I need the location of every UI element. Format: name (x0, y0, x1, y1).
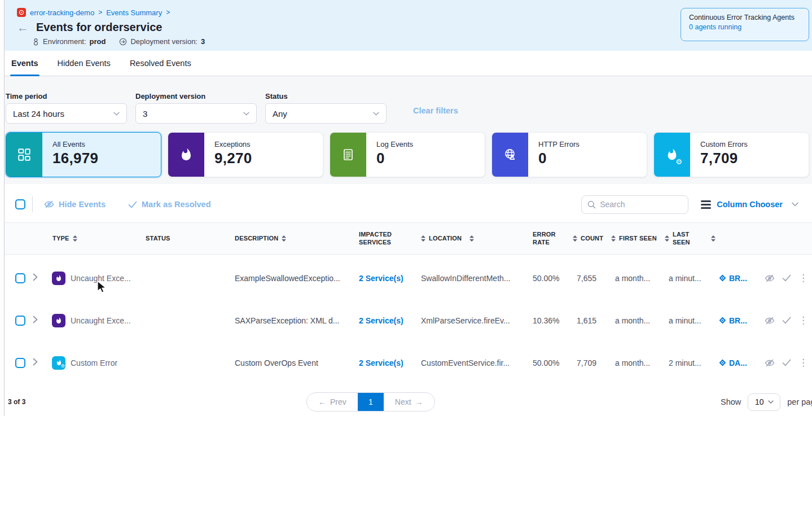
row-menu-icon[interactable]: ⋮ (795, 357, 812, 369)
hide-event-icon[interactable] (761, 274, 779, 283)
error-rate: 50.00% (528, 274, 572, 283)
sort-icon[interactable] (282, 235, 286, 242)
ticket-badge[interactable]: BR... (716, 316, 761, 325)
prev-page-button[interactable]: ← Prev (307, 393, 358, 411)
column-error-rate: ERROR RATE (533, 231, 557, 247)
card-label: Exceptions (214, 140, 252, 148)
row-menu-icon[interactable]: ⋮ (795, 314, 812, 326)
deployment-version-select[interactable]: 3 (135, 103, 257, 124)
expand-row-icon[interactable] (30, 358, 47, 367)
select-all-checkbox[interactable] (15, 199, 25, 209)
event-location: SwallowInDifferentMeth... (416, 274, 528, 283)
table-header-row: TYPE STATUS DESCRIPTION IMPACTED SERVICE… (0, 222, 812, 255)
row-checkbox[interactable] (15, 273, 25, 283)
hide-events-button[interactable]: Hide Events (44, 200, 106, 209)
search-input[interactable] (600, 200, 679, 209)
event-type: Custom Error (71, 358, 117, 367)
sort-icon[interactable] (469, 235, 474, 242)
search-icon (587, 200, 596, 209)
page-number-button[interactable]: 1 (358, 393, 384, 411)
row-checkbox[interactable] (15, 358, 25, 368)
back-button[interactable]: ← (17, 21, 29, 33)
event-location: XmlParseService.fireEv... (416, 316, 528, 325)
columns-icon (701, 200, 711, 209)
deployment-icon (119, 38, 127, 46)
card-value: 9,270 (214, 150, 252, 167)
agents-running-link[interactable]: 0 agents running (689, 23, 801, 31)
event-description: ExampleSwallowedExceptio... (230, 274, 354, 283)
expand-row-icon[interactable] (30, 273, 47, 283)
card-custom-errors[interactable]: ⚙ Custom Errors 7,709 (653, 132, 809, 177)
prev-arrow-icon: ← (318, 397, 326, 406)
sort-icon[interactable] (73, 235, 77, 242)
time-period-select[interactable]: Last 24 hours (6, 103, 127, 124)
event-count: 7,655 (572, 274, 610, 283)
card-exceptions[interactable]: Exceptions 9,270 (168, 132, 323, 177)
impacted-services-link[interactable]: 2 Service(s) (354, 274, 416, 283)
column-chooser-button[interactable]: Column Chooser (717, 200, 783, 209)
tab-resolved-events[interactable]: Resolved Events (129, 51, 192, 76)
breadcrumb-app-link[interactable]: error-tracking-demo (30, 8, 94, 17)
chevron-down-icon (768, 400, 774, 404)
page-size-select[interactable]: 10 (748, 393, 780, 411)
chevron-down-icon[interactable] (792, 202, 798, 207)
card-log-events[interactable]: Log Events 0 (330, 132, 485, 177)
status-select[interactable]: Any (265, 103, 387, 124)
deployment-value: 3 (201, 37, 205, 46)
hide-events-label: Hide Events (59, 200, 106, 209)
events-table: TYPE STATUS DESCRIPTION IMPACTED SERVICE… (0, 222, 812, 383)
grid-icon (6, 133, 42, 177)
exception-type-icon (52, 314, 65, 327)
table-row: Uncaught Exce... SAXParseException: XML … (0, 300, 812, 340)
next-arrow-icon: → (415, 397, 423, 406)
table-footer: 3 of 3 ← Prev 1 Next → Show 10 per page (0, 392, 812, 412)
first-seen: a month... (610, 316, 664, 325)
impacted-services-link[interactable]: 2 Service(s) (354, 316, 416, 325)
filters-and-cards: Time period Last 24 hours Deployment ver… (0, 76, 812, 184)
card-http-errors[interactable]: HTTP Errors 0 (491, 132, 647, 177)
environment-label: Environment: (43, 37, 86, 46)
hide-event-icon[interactable] (761, 316, 779, 325)
events-page: error-tracking-demo > Events Summary > ←… (0, 0, 812, 512)
sort-icon[interactable] (421, 235, 425, 242)
table-row: Uncaught Exce... ExampleSwallowedExcepti… (0, 258, 812, 298)
tab-hidden-events[interactable]: Hidden Events (56, 51, 112, 76)
row-menu-icon[interactable]: ⋮ (795, 272, 812, 284)
mark-resolved-button[interactable]: Mark as Resolved (128, 200, 211, 209)
custom-error-type-icon: ⚙ (52, 356, 65, 370)
sort-icon[interactable] (711, 235, 716, 242)
deployment-label: Deployment version: (130, 37, 197, 46)
event-location: CustomEventService.fir... (416, 358, 528, 367)
next-page-button[interactable]: Next → (384, 393, 434, 411)
expand-row-icon[interactable] (30, 316, 47, 325)
sort-icon[interactable] (611, 235, 616, 242)
resolve-event-icon[interactable] (779, 359, 795, 366)
left-gutter (0, 0, 5, 416)
card-all-events[interactable]: All Events 16,979 (6, 132, 161, 177)
ticket-badge[interactable]: BR... (716, 274, 761, 283)
agents-status-box: Continuous Error Tracking Agents 0 agent… (681, 8, 809, 41)
breadcrumb-separator: > (98, 8, 102, 16)
error-rate: 10.36% (528, 316, 572, 325)
event-description: Custom OverOps Event (230, 358, 354, 367)
sort-icon[interactable] (573, 235, 577, 242)
row-checkbox[interactable] (15, 316, 25, 326)
sort-icon[interactable] (665, 235, 669, 242)
first-seen: a month... (610, 358, 664, 367)
per-page-label: per page (787, 397, 812, 406)
environment-value: prod (90, 37, 106, 46)
column-type: TYPE (52, 235, 69, 243)
card-value: 16,979 (52, 150, 98, 167)
resolve-event-icon[interactable] (779, 274, 795, 282)
resolve-event-icon[interactable] (779, 317, 795, 324)
breadcrumb-page-link[interactable]: Events Summary (106, 8, 162, 17)
ticket-badge[interactable]: DA... (716, 358, 761, 367)
hide-event-icon[interactable] (761, 358, 779, 367)
search-box (581, 195, 688, 214)
status-value: Any (273, 109, 287, 119)
impacted-services-link[interactable]: 2 Service(s) (354, 358, 416, 367)
clear-filters-button[interactable]: Clear filters (413, 106, 458, 115)
tab-events[interactable]: Events (10, 51, 39, 76)
chevron-down-icon (113, 112, 120, 116)
page-size-value: 10 (755, 397, 764, 406)
